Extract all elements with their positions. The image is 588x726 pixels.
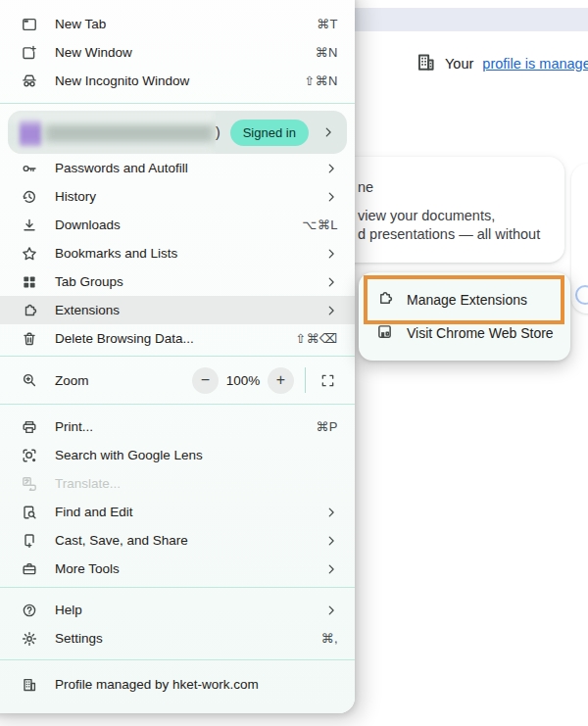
chrome-menu: New Tab ⌘T New Window ⌘N bbox=[0, 0, 355, 713]
card-title-fragment: ne bbox=[358, 178, 547, 197]
menu-item-label: History bbox=[55, 189, 317, 204]
chevron-right-icon bbox=[324, 162, 338, 175]
menu-item-extensions[interactable]: Extensions bbox=[0, 296, 355, 324]
menu-item-label: Cast, Save, and Share bbox=[55, 533, 317, 548]
menu-item-label: Find and Edit bbox=[55, 505, 317, 519]
menu-item-label: More Tools bbox=[55, 561, 317, 576]
menu-item-label: Delete Browsing Data... bbox=[55, 331, 295, 346]
zoom-magnifier-icon bbox=[21, 372, 37, 389]
circle-button-outline[interactable] bbox=[575, 285, 588, 305]
menu-item-translate: Translate... bbox=[0, 469, 355, 498]
incognito-icon bbox=[21, 73, 37, 89]
separator bbox=[0, 587, 355, 588]
zoom-in-button[interactable]: + bbox=[268, 367, 294, 394]
menu-item-label: Settings bbox=[55, 631, 320, 646]
new-tab-icon bbox=[21, 16, 37, 32]
menu-item-label: Downloads bbox=[55, 218, 302, 232]
menu-item-new-tab[interactable]: New Tab ⌘T bbox=[0, 10, 355, 38]
menu-item-label: Tab Groups bbox=[55, 274, 317, 289]
profile-row[interactable]: ) Signed in bbox=[8, 111, 347, 154]
menu-item-find-and-edit[interactable]: Find and Edit bbox=[0, 498, 355, 526]
notice-text: Your bbox=[445, 56, 473, 72]
translate-icon bbox=[21, 475, 37, 492]
side-card bbox=[571, 164, 588, 314]
submenu-item-label: Visit Chrome Web Store bbox=[407, 325, 554, 341]
menu-item-downloads[interactable]: Downloads ⌥⌘L bbox=[0, 211, 355, 239]
google-lens-icon bbox=[21, 447, 37, 463]
profile-managed-link[interactable]: profile is managed bbox=[482, 56, 588, 72]
chevron-right-icon bbox=[324, 562, 338, 576]
menu-item-shortcut: ⌥⌘L bbox=[302, 218, 338, 232]
chevron-right-icon bbox=[321, 125, 335, 139]
printer-icon bbox=[21, 418, 37, 435]
divider bbox=[305, 367, 306, 393]
chevron-right-icon bbox=[324, 190, 338, 204]
zoom-out-button[interactable]: − bbox=[192, 367, 219, 394]
extensions-submenu: Manage Extensions Visit Chrome Web Store bbox=[359, 272, 570, 361]
fullscreen-button[interactable] bbox=[315, 367, 341, 394]
menu-item-shortcut: ⌘N bbox=[316, 45, 338, 60]
star-icon bbox=[21, 245, 37, 262]
menu-item-label: Passwords and Autofill bbox=[55, 161, 317, 175]
menu-item-shortcut: ⌘T bbox=[317, 17, 338, 31]
menu-item-cast-save-and-share[interactable]: Cast, Save, and Share bbox=[0, 526, 355, 555]
redacted-profile-name bbox=[8, 111, 216, 154]
menu-item-label: New Tab bbox=[55, 17, 317, 31]
menu-item-print[interactable]: Print... ⌘P bbox=[0, 412, 355, 441]
card-text-line: d presentations — all without bbox=[358, 225, 547, 244]
menu-item-label: Zoom bbox=[55, 373, 192, 388]
web-store-icon bbox=[376, 323, 393, 343]
separator bbox=[0, 103, 355, 104]
menu-item-tab-groups[interactable]: Tab Groups bbox=[0, 267, 355, 296]
submenu-item-label: Manage Extensions bbox=[407, 292, 527, 308]
menu-item-search-with-google-lens[interactable]: Search with Google Lens bbox=[0, 441, 355, 469]
menu-item-new-incognito-window[interactable]: New Incognito Window ⇧⌘N bbox=[0, 67, 355, 95]
chevron-right-icon bbox=[324, 506, 338, 519]
download-icon bbox=[21, 217, 37, 233]
key-icon bbox=[21, 160, 37, 176]
menu-item-history[interactable]: History bbox=[0, 182, 355, 211]
menu-item-label: Help bbox=[55, 603, 317, 617]
new-window-icon bbox=[21, 44, 37, 61]
menu-item-delete-browsing-data[interactable]: Delete Browsing Data... ⇧⌘⌫ bbox=[0, 324, 355, 353]
menu-item-settings[interactable]: Settings ⌘, bbox=[0, 624, 355, 653]
separator bbox=[0, 404, 355, 405]
chevron-right-icon bbox=[324, 604, 338, 617]
gear-icon bbox=[21, 630, 37, 647]
menu-item-profile-managed[interactable]: Profile managed by hket-work.com bbox=[0, 670, 355, 699]
find-document-icon bbox=[21, 504, 37, 520]
tab-groups-grid-icon bbox=[21, 273, 37, 290]
menu-item-shortcut: ⇧⌘⌫ bbox=[295, 331, 338, 346]
menu-item-new-window[interactable]: New Window ⌘N bbox=[0, 38, 355, 67]
signed-in-badge: Signed in bbox=[230, 120, 309, 146]
screenshot-stage: Your profile is managed ne view your doc… bbox=[0, 0, 588, 726]
menu-item-label: New Window bbox=[55, 45, 316, 60]
menu-item-label: Extensions bbox=[55, 303, 317, 317]
chevron-right-icon bbox=[324, 534, 338, 548]
help-icon bbox=[21, 602, 37, 618]
menu-item-shortcut: ⌘P bbox=[316, 419, 338, 434]
menu-item-label: Translate... bbox=[55, 476, 338, 491]
menu-item-label: Bookmarks and Lists bbox=[55, 246, 317, 261]
cast-save-share-icon bbox=[21, 532, 37, 549]
menu-item-label: New Incognito Window bbox=[55, 73, 304, 88]
background-card: ne view your documents, d presentations … bbox=[334, 157, 564, 263]
submenu-item-visit-web-store[interactable]: Visit Chrome Web Store bbox=[359, 316, 570, 350]
menu-item-more-tools[interactable]: More Tools bbox=[0, 555, 355, 583]
submenu-item-manage-extensions[interactable]: Manage Extensions bbox=[359, 283, 570, 316]
chevron-right-icon bbox=[324, 247, 338, 261]
building-icon bbox=[21, 676, 37, 693]
zoom-level: 100% bbox=[219, 373, 268, 388]
menu-item-help[interactable]: Help bbox=[0, 596, 355, 624]
puzzle-icon bbox=[376, 290, 393, 310]
menu-item-passwords-and-autofill[interactable]: Passwords and Autofill bbox=[0, 154, 355, 182]
menu-item-shortcut: ⇧⌘N bbox=[304, 73, 338, 88]
menu-item-label: Print... bbox=[55, 419, 316, 434]
menu-item-label: Profile managed by hket-work.com bbox=[55, 677, 338, 692]
trash-icon bbox=[21, 330, 37, 347]
menu-item-label: Search with Google Lens bbox=[55, 448, 338, 462]
puzzle-icon bbox=[21, 302, 37, 318]
menu-item-bookmarks-and-lists[interactable]: Bookmarks and Lists bbox=[0, 239, 355, 267]
profile-paren: ) bbox=[216, 124, 220, 140]
building-icon bbox=[416, 52, 436, 75]
